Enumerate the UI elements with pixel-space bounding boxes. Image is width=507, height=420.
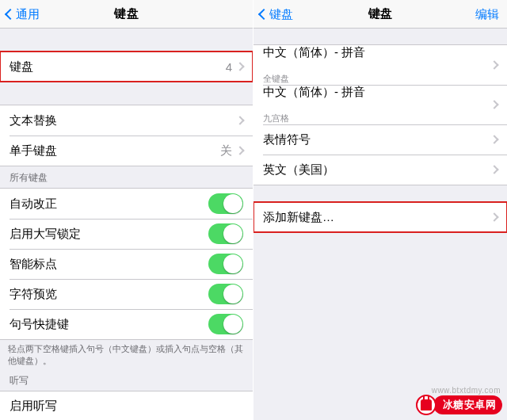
row-label: 自动改正 bbox=[10, 197, 208, 212]
enable-dictation-row[interactable]: 启用听写 bbox=[0, 391, 253, 420]
row-label: 添加新键盘… bbox=[263, 210, 491, 225]
section-header-all-keyboards: 所有键盘 bbox=[0, 166, 253, 188]
chevron-right-icon bbox=[490, 60, 498, 69]
back-label: 通用 bbox=[16, 7, 40, 22]
chevron-left-icon bbox=[258, 9, 269, 20]
add-new-keyboard-row[interactable]: 添加新键盘… bbox=[254, 202, 507, 232]
chevron-right-icon bbox=[490, 135, 498, 143]
toggle-switch[interactable] bbox=[208, 223, 243, 244]
navbar-left: 通用 键盘 bbox=[0, 0, 253, 29]
row-sublabel: 全键盘 bbox=[263, 73, 289, 85]
period-shortcut-row[interactable]: 句号快捷键 bbox=[0, 309, 253, 339]
back-button-keyboard[interactable]: 键盘 bbox=[257, 0, 293, 29]
keyboard-item-pinyin-full[interactable]: 中文（简体）- 拼音 全键盘 bbox=[254, 45, 507, 85]
toggle-switch[interactable] bbox=[208, 284, 243, 304]
row-label: 启用听写 bbox=[10, 399, 243, 414]
row-label: 中文（简体）- 拼音 bbox=[263, 45, 365, 72]
watermark-text: 冰糖安卓网 bbox=[433, 395, 503, 414]
row-label: 键盘 bbox=[10, 59, 226, 74]
character-preview-row[interactable]: 字符预览 bbox=[0, 279, 253, 309]
keyboards-count-row[interactable]: 键盘 4 bbox=[0, 52, 253, 82]
keyboards-list-pane: 键盘 键盘 编辑 中文（简体）- 拼音 全键盘 中文（简体）- 拼音 九宫格 表… bbox=[254, 0, 507, 420]
android-icon bbox=[416, 395, 436, 415]
row-label: 字符预览 bbox=[10, 287, 208, 302]
section-header-dictation: 听写 bbox=[0, 369, 253, 391]
chevron-right-icon bbox=[490, 212, 498, 221]
keyboard-item-emoji[interactable]: 表情符号 bbox=[254, 124, 507, 155]
keyboard-item-english-us[interactable]: 英文（美国） bbox=[254, 155, 507, 185]
text-replacement-row[interactable]: 文本替换 bbox=[0, 105, 253, 136]
toggle-switch[interactable] bbox=[208, 193, 243, 214]
back-label: 键盘 bbox=[269, 7, 293, 22]
row-label: 句号快捷键 bbox=[10, 317, 208, 332]
chevron-right-icon bbox=[490, 100, 498, 109]
toggle-switch[interactable] bbox=[208, 314, 243, 334]
page-title-right: 键盘 bbox=[368, 6, 393, 21]
row-label: 英文（美国） bbox=[263, 162, 491, 178]
navbar-right: 键盘 键盘 编辑 bbox=[254, 0, 507, 29]
row-label: 文本替换 bbox=[10, 113, 237, 128]
footer-note: 轻点两下空格键插入句号（中文键盘）或插入句点与空格（其他键盘）。 bbox=[0, 340, 253, 369]
row-label: 智能标点 bbox=[10, 257, 208, 272]
edit-button[interactable]: 编辑 bbox=[475, 0, 499, 29]
row-label: 中文（简体）- 拼音 bbox=[263, 85, 365, 112]
row-value: 4 bbox=[226, 60, 232, 74]
chevron-left-icon bbox=[5, 9, 16, 20]
one-handed-keyboard-row[interactable]: 单手键盘 关 bbox=[0, 136, 253, 166]
chevron-right-icon bbox=[490, 165, 498, 174]
row-label: 表情符号 bbox=[263, 132, 491, 147]
keyboard-item-pinyin-9key[interactable]: 中文（简体）- 拼音 九宫格 bbox=[254, 85, 507, 124]
chevron-right-icon bbox=[235, 116, 244, 124]
auto-correct-row[interactable]: 自动改正 bbox=[0, 189, 253, 219]
watermark-url: www.btxtdmy.com bbox=[432, 386, 501, 395]
settings-keyboard-pane: 通用 键盘 键盘 4 文本替换 单手键盘 关 所有键盘 bbox=[0, 0, 254, 420]
caps-lock-row[interactable]: 启用大写锁定 bbox=[0, 219, 253, 249]
smart-punctuation-row[interactable]: 智能标点 bbox=[0, 249, 253, 279]
row-sublabel: 九宫格 bbox=[263, 113, 289, 124]
row-label: 单手键盘 bbox=[10, 143, 220, 158]
page-title-left: 键盘 bbox=[114, 6, 139, 21]
back-button-general[interactable]: 通用 bbox=[3, 0, 40, 29]
chevron-right-icon bbox=[235, 62, 244, 71]
row-label: 启用大写锁定 bbox=[10, 227, 208, 242]
toggle-switch[interactable] bbox=[208, 254, 243, 274]
watermark: 冰糖安卓网 bbox=[416, 395, 503, 415]
row-value: 关 bbox=[220, 143, 232, 158]
chevron-right-icon bbox=[235, 146, 244, 155]
